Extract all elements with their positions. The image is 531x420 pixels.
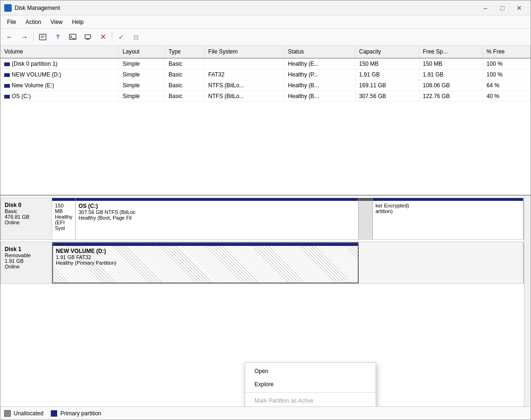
context-menu-item: Mark Partition as Active <box>245 394 376 406</box>
col-pct: % Free <box>483 46 531 58</box>
menu-view[interactable]: View <box>46 17 68 27</box>
status-bar: Unallocated Primary partition <box>0 406 531 420</box>
app-icon <box>4 4 12 12</box>
disk0-part-c[interactable]: OS (C:) 307.56 GB NTFS (BitLoc Healthy (… <box>76 198 358 239</box>
console-button[interactable] <box>66 31 80 44</box>
disk0-part1[interactable]: 150 MB Healthy (EFI Syst <box>52 198 76 239</box>
disk0-part-c-detail2: Healthy (Boot, Page Fil <box>78 215 355 221</box>
toolbar-separator-1 <box>33 32 34 42</box>
maximize-button[interactable]: □ <box>495 1 510 15</box>
context-menu: OpenExploreMark Partition as ActiveChang… <box>245 362 376 406</box>
disk0-part-c-content: OS (C:) 307.56 GB NTFS (BitLoc Healthy (… <box>76 201 358 239</box>
disk1-label: Disk 1 Removable 1.91 GB Online <box>0 242 52 284</box>
disk0-type: Basic <box>5 208 48 214</box>
cell-type: Basic <box>165 69 205 80</box>
col-volume: Volume <box>0 46 119 58</box>
disk1-status: Online <box>5 264 48 269</box>
disk0-part1-detail: Healthy (EFI Syst <box>55 214 72 231</box>
menu-file[interactable]: File <box>2 17 21 27</box>
cell-filesystem: NTFS (BitLo... <box>204 91 284 102</box>
disk0-row: Disk 0 Basic 476.81 GB Online 150 MB <box>0 198 524 240</box>
table-row[interactable]: NEW VOLUME (D:) Simple Basic FAT32 Healt… <box>0 69 531 80</box>
context-menu-item[interactable]: Explore <box>245 378 376 391</box>
menu-action[interactable]: Action <box>21 17 46 27</box>
disk1-name: Disk 1 <box>5 246 48 252</box>
context-menu-separator <box>245 392 376 393</box>
cell-capacity: 307.56 GB <box>355 91 419 102</box>
disk-map-scroll[interactable]: Disk 0 Basic 476.81 GB Online 150 MB <box>0 196 524 406</box>
cell-status: Healthy (E... <box>284 58 355 69</box>
legend-unallocated-label: Unallocated <box>14 410 43 417</box>
menu-help[interactable]: Help <box>68 17 89 27</box>
cell-pct: 100 % <box>483 58 531 69</box>
properties-button[interactable] <box>36 31 50 44</box>
cell-pct: 100 % <box>483 69 531 80</box>
scrollbar[interactable] <box>524 196 531 406</box>
toolbar-separator-2 <box>112 32 112 42</box>
cell-free: 108.06 GB <box>419 80 483 91</box>
help-button[interactable]: ? <box>51 31 65 44</box>
legend-unallocated: Unallocated <box>4 410 43 417</box>
disk1-part-d-content: NEW VOLUME (D:) 1.91 GB FAT32 Healthy (P… <box>53 246 358 283</box>
table-body: (Disk 0 partition 1) Simple Basic Health… <box>0 58 531 102</box>
title-bar: Disk Management – □ ✕ <box>0 0 531 15</box>
cell-status: Healthy (B... <box>284 91 355 102</box>
disk0-part-c-name: OS (C:) <box>78 203 355 209</box>
disk0-part-c-detail: 307.56 GB NTFS (BitLoc <box>78 209 355 215</box>
disk0-part-last-detail1: ker Encrypted) <box>376 203 520 208</box>
cell-capacity: 169.11 GB <box>355 80 419 91</box>
disk1-part-d-name: NEW VOLUME (D:) <box>56 248 355 254</box>
context-menu-item[interactable]: Open <box>245 365 376 378</box>
cell-volume: OS (C:) <box>0 91 119 102</box>
svg-rect-5 <box>85 35 91 38</box>
disk1-row: Disk 1 Removable 1.91 GB Online NEW VOLU… <box>0 242 524 284</box>
table-row[interactable]: New Volume (E:) Simple Basic NTFS (BitLo… <box>0 80 531 91</box>
cell-type: Basic <box>165 91 205 102</box>
disk0-part1-content: 150 MB Healthy (EFI Syst <box>52 201 75 239</box>
volume-table-area: Volume Layout Type File System Status Ca… <box>0 46 531 196</box>
cell-free: 1.91 GB <box>419 69 483 80</box>
main-area: Volume Layout Type File System Status Ca… <box>0 46 531 406</box>
minimize-button[interactable]: – <box>478 1 493 15</box>
check-button[interactable]: ✓ <box>114 31 128 44</box>
cell-volume: (Disk 0 partition 1) <box>0 58 119 69</box>
legend-primary: Primary partition <box>51 410 101 417</box>
cell-status: Healthy (P... <box>284 69 355 80</box>
disk0-size: 476.81 GB <box>5 214 48 220</box>
window-controls: – □ ✕ <box>478 1 527 15</box>
cell-layout: Simple <box>119 58 165 69</box>
disk0-part-last-detail2: artition) <box>376 208 520 214</box>
delete-button[interactable]: ✕ <box>96 31 110 44</box>
toolbar: ← → ? ✕ ✓ ⊟ <box>0 29 531 46</box>
col-layout: Layout <box>119 46 165 58</box>
disk1-part-d-detail2: Healthy (Primary Partition) <box>56 260 355 266</box>
cell-layout: Simple <box>119 80 165 91</box>
cell-volume: New Volume (E:) <box>0 80 119 91</box>
table-row[interactable]: OS (C:) Simple Basic NTFS (BitLo... Heal… <box>0 91 531 102</box>
cell-filesystem: FAT32 <box>204 69 284 80</box>
cell-pct: 40 % <box>483 91 531 102</box>
disk0-gap-bar <box>359 198 372 201</box>
cell-filesystem <box>204 58 284 69</box>
disk0-partitions: 150 MB Healthy (EFI Syst OS (C:) 307.56 … <box>52 198 524 240</box>
menu-bar: File Action View Help <box>0 15 531 29</box>
table-row[interactable]: (Disk 0 partition 1) Simple Basic Health… <box>0 58 531 69</box>
disk1-part-d-detail: 1.91 GB FAT32 <box>56 254 355 260</box>
disk0-part-last[interactable]: ker Encrypted) artition) <box>373 198 523 239</box>
disk0-part1-size: 150 MB <box>55 203 72 214</box>
disk0-name: Disk 0 <box>5 202 48 208</box>
cell-volume: NEW VOLUME (D:) <box>0 69 119 80</box>
back-button[interactable]: ← <box>2 31 16 44</box>
disk1-type: Removable <box>5 252 48 258</box>
forward-button[interactable]: → <box>17 31 31 44</box>
close-button[interactable]: ✕ <box>512 1 527 15</box>
table-header-row: Volume Layout Type File System Status Ca… <box>0 46 531 58</box>
disk1-part-d[interactable]: NEW VOLUME (D:) 1.91 GB FAT32 Healthy (P… <box>52 242 359 283</box>
remote-button[interactable] <box>81 31 95 44</box>
cell-free: 150 MB <box>419 58 483 69</box>
disk0-part-last-content: ker Encrypted) artition) <box>373 201 523 239</box>
disk1-size: 1.91 GB <box>5 258 48 264</box>
window-title: Disk Management <box>15 5 478 11</box>
legend-unallocated-box <box>4 410 11 417</box>
col-status: Status <box>284 46 355 58</box>
